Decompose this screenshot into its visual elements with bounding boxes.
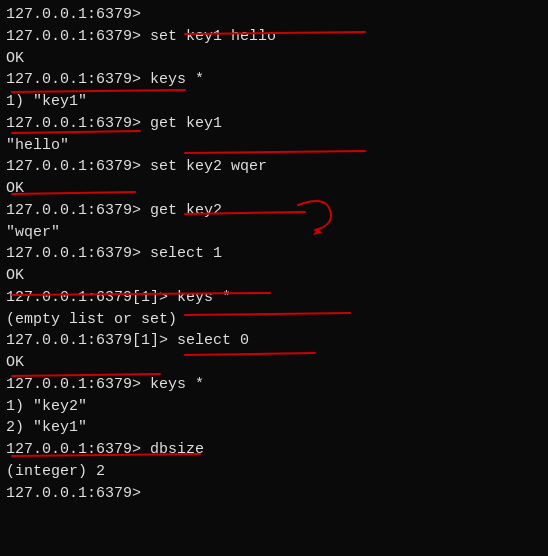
line-4: 127.0.0.1:6379> keys * [6,69,542,91]
line-7: "hello" [6,135,542,157]
line-19: 1) "key2" [6,396,542,418]
line-22: (integer) 2 [6,461,542,483]
terminal-content: 127.0.0.1:6379> 127.0.0.1:6379> set key1… [6,4,542,504]
line-15: (empty list or set) [6,309,542,331]
line-16: 127.0.0.1:6379[1]> select 0 [6,330,542,352]
line-14: 127.0.0.1:6379[1]> keys * [6,287,542,309]
line-12: 127.0.0.1:6379> select 1 [6,243,542,265]
line-10: 127.0.0.1:6379> get key2 [6,200,542,222]
line-3: OK [6,48,542,70]
line-18: 127.0.0.1:6379> keys * [6,374,542,396]
line-2: 127.0.0.1:6379> set key1 hello [6,26,542,48]
terminal: 127.0.0.1:6379> 127.0.0.1:6379> set key1… [0,0,548,556]
line-23: 127.0.0.1:6379> [6,483,542,505]
line-5: 1) "key1" [6,91,542,113]
line-13: OK [6,265,542,287]
line-21: 127.0.0.1:6379> dbsize [6,439,542,461]
line-1: 127.0.0.1:6379> [6,4,542,26]
line-11: "wqer" [6,222,542,244]
line-17: OK [6,352,542,374]
line-6: 127.0.0.1:6379> get key1 [6,113,542,135]
line-20: 2) "key1" [6,417,542,439]
line-9: OK [6,178,542,200]
line-8: 127.0.0.1:6379> set key2 wqer [6,156,542,178]
